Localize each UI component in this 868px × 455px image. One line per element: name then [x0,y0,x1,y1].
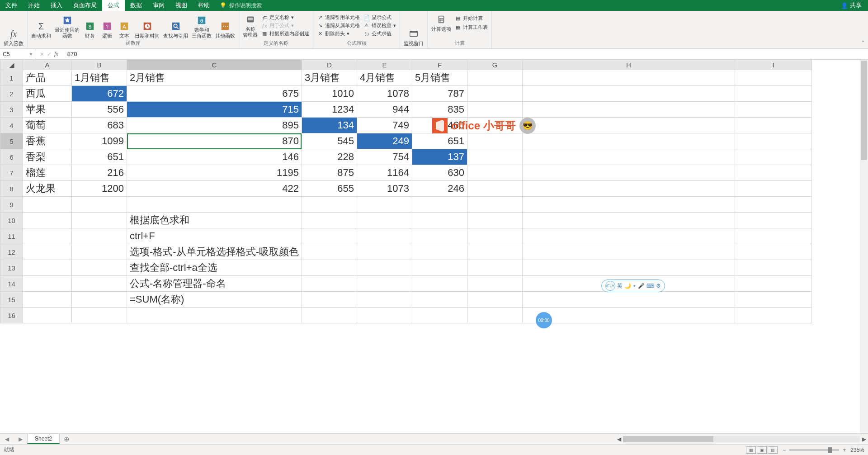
cell-D5[interactable]: 545 [302,133,357,149]
vertical-scroll-thumb[interactable] [861,61,867,160]
horizontal-scroll-thumb[interactable] [623,436,713,442]
cell-E5[interactable]: 249 [357,133,412,149]
cell-C10[interactable]: 根据底色求和 [127,213,302,228]
cell-G6[interactable] [467,149,522,165]
cell-B15[interactable] [72,292,127,308]
row-header-6[interactable]: 6 [0,149,23,165]
sheet-tab-active[interactable]: Sheet2 [27,434,60,444]
cell-I13[interactable] [735,260,811,276]
keyboard-icon[interactable]: ⌨ [646,283,654,289]
col-header-A[interactable]: A [23,60,72,70]
cell-B7[interactable]: 216 [72,165,127,181]
insert-function-button[interactable]: fx 插入函数 [2,26,25,47]
cell-A5[interactable]: 香蕉 [23,133,72,149]
cell-D12[interactable] [302,244,357,260]
cell-I1[interactable] [735,70,811,86]
cell-E7[interactable]: 1164 [357,165,412,181]
sparkle-icon[interactable]: ٭ [633,283,636,289]
cell-I14[interactable] [735,276,811,292]
cell-I5[interactable] [735,133,811,149]
create-from-selection-button[interactable]: ▦根据所选内容创建 [259,30,311,38]
menu-home[interactable]: 开始 [23,0,45,11]
cell-E6[interactable]: 754 [357,149,412,165]
cell-F11[interactable] [412,228,467,244]
cell-B5[interactable]: 1099 [72,133,127,149]
cell-H1[interactable] [522,70,735,86]
menu-review[interactable]: 审阅 [147,0,170,11]
cell-E16[interactable] [357,308,412,323]
autosum-button[interactable]: Σ自动求和 [29,19,53,40]
menu-layout[interactable]: 页面布局 [68,0,102,11]
row-header-12[interactable]: 12 [0,244,23,260]
ribbon-collapse-button[interactable]: ˄ [858,11,868,48]
cell-G12[interactable] [467,244,522,260]
cell-F1[interactable]: 5月销售 [412,70,467,86]
gear-icon[interactable]: ⚙ [656,283,661,289]
cell-A12[interactable] [23,244,72,260]
cell-G7[interactable] [467,165,522,181]
cell-B16[interactable] [72,308,127,323]
cell-F6[interactable]: 137 [412,149,467,165]
cell-H3[interactable] [522,102,735,118]
accept-formula-button[interactable]: ✓ [47,51,52,57]
cell-G9[interactable] [467,197,522,213]
cell-D3[interactable]: 1234 [302,102,357,118]
lookup-button[interactable]: 查找与引用 [161,19,190,40]
cell-E4[interactable]: 749 [357,118,412,133]
view-page-layout-button[interactable]: ▣ [757,446,767,454]
cell-F8[interactable]: 246 [412,181,467,197]
error-check-button[interactable]: ⚠错误检查 ▾ [362,22,398,29]
row-header-14[interactable]: 14 [0,276,23,292]
hscroll-right-icon[interactable]: ▶ [860,436,868,442]
trace-dependents-button[interactable]: ↘追踪从属单元格 [315,22,362,29]
cell-I2[interactable] [735,86,811,102]
horizontal-scrollbar[interactable]: ◀ ▶ [615,434,868,444]
cell-G11[interactable] [467,228,522,244]
sheet-next-icon[interactable]: ▶ [19,436,23,442]
cell-A16[interactable] [23,308,72,323]
cell-D13[interactable] [302,260,357,276]
row-header-4[interactable]: 4 [0,118,23,133]
trace-precedents-button[interactable]: ↗追踪引用单元格 [315,14,362,21]
ime-language[interactable]: 英 [617,282,623,290]
cell-F15[interactable] [412,292,467,308]
cell-E13[interactable] [357,260,412,276]
cell-B6[interactable]: 651 [72,149,127,165]
zoom-slider-knob[interactable] [828,447,832,453]
cell-A8[interactable]: 火龙果 [23,181,72,197]
cell-H7[interactable] [522,165,735,181]
cell-B8[interactable]: 1200 [72,181,127,197]
financial-button[interactable]: $财务 [81,19,99,40]
cell-H16[interactable] [522,308,735,323]
share-button[interactable]: 👤 共享 [835,0,868,11]
cell-B12[interactable] [72,244,127,260]
cell-D15[interactable] [302,292,357,308]
row-header-8[interactable]: 8 [0,181,23,197]
cell-E2[interactable]: 1078 [357,86,412,102]
cell-C5[interactable]: 870 [127,133,302,149]
cell-F10[interactable] [412,213,467,228]
sheet-nav[interactable]: ◀▶ [0,434,27,444]
name-box[interactable]: C5 ▼ [0,49,36,59]
cell-D1[interactable]: 3月销售 [302,70,357,86]
cell-E15[interactable] [357,292,412,308]
tell-me-search[interactable]: 💡 操作说明搜索 [215,0,266,11]
cell-D6[interactable]: 228 [302,149,357,165]
sheet-prev-icon[interactable]: ◀ [5,436,9,442]
cell-D16[interactable] [302,308,357,323]
cell-C2[interactable]: 675 [127,86,302,102]
cell-A13[interactable] [23,260,72,276]
cell-A14[interactable] [23,276,72,292]
cell-I11[interactable] [735,228,811,244]
cell-A11[interactable] [23,228,72,244]
cell-A3[interactable]: 苹果 [23,102,72,118]
cell-A6[interactable]: 香梨 [23,149,72,165]
cancel-formula-button[interactable]: ✕ [40,51,44,57]
cell-E3[interactable]: 944 [357,102,412,118]
cell-G14[interactable] [467,276,522,292]
record-timer-bubble[interactable]: 00:00 [536,312,552,328]
cell-I10[interactable] [735,213,811,228]
cell-F7[interactable]: 630 [412,165,467,181]
cell-E1[interactable]: 4月销售 [357,70,412,86]
row-header-3[interactable]: 3 [0,102,23,118]
